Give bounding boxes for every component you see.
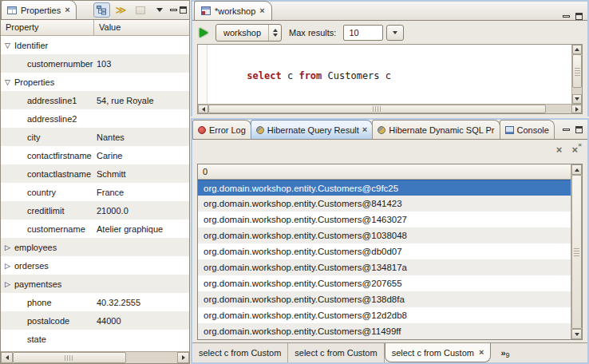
properties-icon: [7, 6, 17, 14]
view-tab[interactable]: Console ×: [500, 120, 555, 139]
maximize-icon[interactable]: [575, 13, 583, 20]
minimize-icon[interactable]: [170, 9, 177, 11]
results-column-header[interactable]: 0: [198, 164, 571, 180]
close-result-icon[interactable]: ×: [556, 144, 563, 155]
scroll-up-icon[interactable]: [571, 164, 582, 175]
scrollbar-thumb[interactable]: [13, 352, 126, 363]
show-categories-button[interactable]: [93, 2, 110, 18]
scroll-right-icon[interactable]: [177, 352, 189, 363]
editor-hscrollbar[interactable]: [198, 104, 582, 113]
query-page-tab[interactable]: select c from Custom ×: [385, 343, 492, 362]
view-tab[interactable]: Hibernate Dynamic SQL Pr ×: [372, 120, 500, 139]
scroll-left-icon[interactable]: [198, 105, 208, 113]
view-tab[interactable]: Hibernate Query Result ×: [251, 120, 373, 139]
query-page-tab-label: select c from Custom: [199, 348, 281, 358]
scroll-right-icon[interactable]: [571, 105, 582, 113]
maximize-icon[interactable]: [180, 6, 187, 14]
result-row[interactable]: org.domain.workshop.entity.Customers@12d…: [198, 307, 571, 323]
property-row[interactable]: addressline2: [1, 109, 189, 128]
run-query-icon[interactable]: [200, 28, 208, 38]
property-name: orderses: [14, 261, 93, 271]
view-menu-button[interactable]: [151, 2, 168, 18]
results-rows: org.domain.workshop.entity.Customers@c9f…: [198, 180, 571, 339]
property-name: paymentses: [14, 279, 93, 289]
property-row[interactable]: postalcode 44000: [1, 311, 189, 330]
properties-rows: ▽ Identifier customernumber 103 ▽ Proper…: [1, 36, 189, 351]
expand-arrow-icon[interactable]: ▽: [5, 78, 14, 86]
property-row[interactable]: contactlastname Schmitt: [1, 164, 189, 183]
property-row[interactable]: contactfirstname Carine: [1, 146, 189, 164]
close-icon[interactable]: ×: [259, 6, 264, 15]
scroll-down-icon[interactable]: [572, 94, 582, 104]
result-row[interactable]: org.domain.workshop.entity.Customers@138…: [198, 291, 571, 307]
close-icon[interactable]: ×: [362, 125, 367, 134]
max-results-dropdown-button[interactable]: [386, 25, 404, 41]
property-row[interactable]: ▷ employees: [1, 238, 189, 256]
property-row[interactable]: ▽ Properties: [1, 73, 189, 91]
editor-vscrollbar[interactable]: [571, 45, 582, 104]
result-row[interactable]: org.domain.workshop.entity.Customers@db0…: [198, 243, 571, 259]
scrollbar-thumb[interactable]: [572, 54, 582, 88]
editor-toolbar: workshop Max results: 10: [192, 21, 587, 44]
spinner-down-icon[interactable]: [273, 34, 278, 37]
properties-hscrollbar[interactable]: [1, 351, 189, 363]
scroll-up-icon[interactable]: [572, 45, 582, 54]
result-row[interactable]: org.domain.workshop.entity.Customers@841…: [198, 196, 571, 212]
close-all-results-icon[interactable]: × ×: [571, 144, 578, 155]
minimize-icon[interactable]: [563, 15, 570, 18]
show-advanced-properties-button[interactable]: ≫: [113, 2, 129, 18]
property-row[interactable]: state: [1, 330, 189, 348]
result-row[interactable]: org.domain.workshop.entity.Customers@134…: [198, 259, 571, 275]
tab-workshop-editor[interactable]: *workshop ×: [194, 1, 272, 20]
result-row-text: org.domain.workshop.entity.Customers@db0…: [204, 247, 402, 256]
result-row[interactable]: org.domain.workshop.entity.Customers@103…: [198, 228, 571, 243]
view-tab[interactable]: Error Log ×: [192, 120, 251, 139]
property-row[interactable]: city Nantes: [1, 128, 189, 146]
property-row[interactable]: ▷ paymentses: [1, 275, 189, 293]
result-row[interactable]: org.domain.workshop.entity.Customers@146…: [198, 212, 571, 228]
combo-spinner[interactable]: [269, 29, 281, 37]
query-page-tab[interactable]: select c from Custom ×: [288, 343, 384, 362]
scrollbar-track[interactable]: [126, 352, 177, 363]
property-row[interactable]: ▷ orderses: [1, 256, 189, 275]
scroll-down-icon[interactable]: [571, 329, 582, 339]
expand-arrow-icon[interactable]: ▷: [5, 280, 14, 288]
property-row[interactable]: customername Atelier graphique: [1, 220, 189, 238]
close-icon[interactable]: ×: [479, 348, 484, 357]
scroll-left-icon[interactable]: [1, 352, 13, 363]
query-page-tab[interactable]: select c from Custom ×: [192, 343, 288, 362]
expand-arrow-icon[interactable]: ▽: [5, 42, 14, 49]
result-row[interactable]: org.domain.workshop.entity.Customers@c9f…: [198, 180, 571, 196]
scrollbar-thumb[interactable]: [208, 105, 546, 113]
tab-overflow-chevron[interactable]: » 9: [495, 343, 515, 362]
query-text-segment: select: [247, 70, 281, 81]
column-header-property[interactable]: Property: [1, 20, 94, 35]
results-vscrollbar[interactable]: [571, 164, 582, 339]
configuration-combo[interactable]: workshop: [215, 24, 282, 42]
maximize-icon[interactable]: [575, 126, 583, 133]
property-row[interactable]: addressline1 54, rue Royale: [1, 91, 189, 109]
result-row[interactable]: org.domain.workshop.entity.Customers@114…: [198, 323, 571, 339]
editor-panel: *workshop × workshop Max results: 10: [191, 0, 589, 117]
max-results-input[interactable]: 10: [343, 25, 383, 41]
hql-editor-icon: [201, 6, 211, 15]
property-value: 103: [93, 59, 189, 69]
expand-arrow-icon[interactable]: ▷: [5, 243, 14, 251]
query-text[interactable]: select c from Customers c: [212, 48, 569, 81]
scrollbar-thumb[interactable]: [571, 175, 582, 329]
property-row[interactable]: customernumber 103: [1, 54, 189, 73]
spinner-up-icon[interactable]: [273, 29, 278, 32]
tab-properties[interactable]: Properties ×: [1, 0, 77, 19]
close-icon[interactable]: ×: [65, 6, 69, 14]
property-row[interactable]: creditlimit 21000.0: [1, 201, 189, 220]
expand-arrow-icon[interactable]: ▷: [5, 262, 14, 270]
result-row-text: org.domain.workshop.entity.Customers@103…: [204, 231, 407, 240]
property-row[interactable]: phone 40.32.2555: [1, 293, 189, 311]
minimize-icon[interactable]: [563, 129, 570, 131]
property-row[interactable]: ▽ Identifier: [1, 36, 189, 54]
hql-editor[interactable]: select c from Customers c: [197, 44, 583, 114]
property-row[interactable]: country France: [1, 183, 189, 201]
result-row[interactable]: org.domain.workshop.entity.Customers@207…: [198, 275, 571, 291]
column-header-value[interactable]: Value: [94, 20, 189, 35]
property-name: Properties: [14, 77, 93, 87]
